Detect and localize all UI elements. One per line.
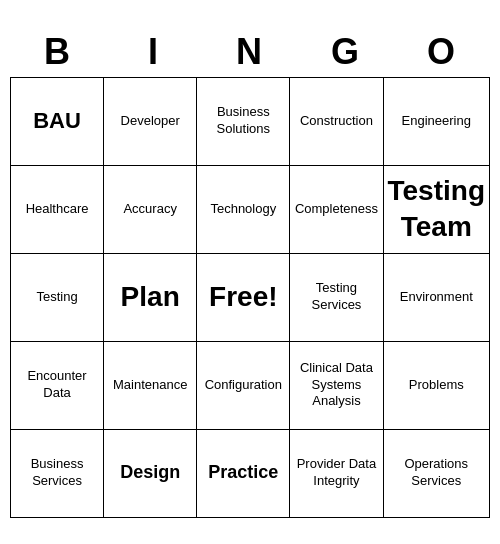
bingo-cell-12: Free! (197, 254, 290, 342)
header-letter: N (202, 27, 298, 77)
cell-label: Testing Team (388, 173, 485, 246)
header-letter: I (106, 27, 202, 77)
bingo-cell-4: Engineering (384, 78, 490, 166)
header-letter: B (10, 27, 106, 77)
bingo-cell-20: Business Services (11, 430, 104, 518)
cell-label: Testing Services (294, 280, 378, 314)
bingo-cell-19: Problems (384, 342, 490, 430)
bingo-cell-9: Testing Team (384, 166, 490, 254)
cell-label: BAU (33, 107, 81, 136)
bingo-cell-2: Business Solutions (197, 78, 290, 166)
cell-label: Construction (300, 113, 373, 130)
bingo-cell-0: BAU (11, 78, 104, 166)
bingo-cell-16: Maintenance (104, 342, 197, 430)
cell-label: Technology (210, 201, 276, 218)
cell-label: Maintenance (113, 377, 187, 394)
header-letter: G (298, 27, 394, 77)
bingo-cell-5: Healthcare (11, 166, 104, 254)
cell-label: Engineering (402, 113, 471, 130)
cell-label: Developer (121, 113, 180, 130)
header-letter: O (394, 27, 490, 77)
bingo-cell-13: Testing Services (290, 254, 383, 342)
cell-label: Practice (208, 461, 278, 484)
cell-label: Environment (400, 289, 473, 306)
cell-label: Accuracy (123, 201, 176, 218)
cell-label: Problems (409, 377, 464, 394)
cell-label: Configuration (205, 377, 282, 394)
bingo-cell-6: Accuracy (104, 166, 197, 254)
cell-label: Business Solutions (201, 104, 285, 138)
cell-label: Completeness (295, 201, 378, 218)
bingo-cell-15: Encounter Data (11, 342, 104, 430)
bingo-grid: BAUDeveloperBusiness SolutionsConstructi… (10, 77, 490, 518)
bingo-cell-17: Configuration (197, 342, 290, 430)
bingo-cell-10: Testing (11, 254, 104, 342)
bingo-header: BINGO (10, 27, 490, 77)
cell-label: Business Services (15, 456, 99, 490)
cell-label: Design (120, 461, 180, 484)
bingo-card: BINGO BAUDeveloperBusiness SolutionsCons… (10, 27, 490, 518)
bingo-cell-3: Construction (290, 78, 383, 166)
bingo-cell-7: Technology (197, 166, 290, 254)
cell-label: Operations Services (388, 456, 485, 490)
bingo-cell-14: Environment (384, 254, 490, 342)
bingo-cell-23: Provider Data Integrity (290, 430, 383, 518)
cell-label: Clinical Data Systems Analysis (294, 360, 378, 411)
cell-label: Encounter Data (15, 368, 99, 402)
cell-label: Testing (36, 289, 77, 306)
bingo-cell-11: Plan (104, 254, 197, 342)
bingo-cell-22: Practice (197, 430, 290, 518)
bingo-cell-18: Clinical Data Systems Analysis (290, 342, 383, 430)
bingo-cell-1: Developer (104, 78, 197, 166)
cell-label: Free! (209, 279, 277, 315)
bingo-cell-8: Completeness (290, 166, 383, 254)
cell-label: Provider Data Integrity (294, 456, 378, 490)
bingo-cell-21: Design (104, 430, 197, 518)
cell-label: Plan (121, 279, 180, 315)
bingo-cell-24: Operations Services (384, 430, 490, 518)
cell-label: Healthcare (26, 201, 89, 218)
